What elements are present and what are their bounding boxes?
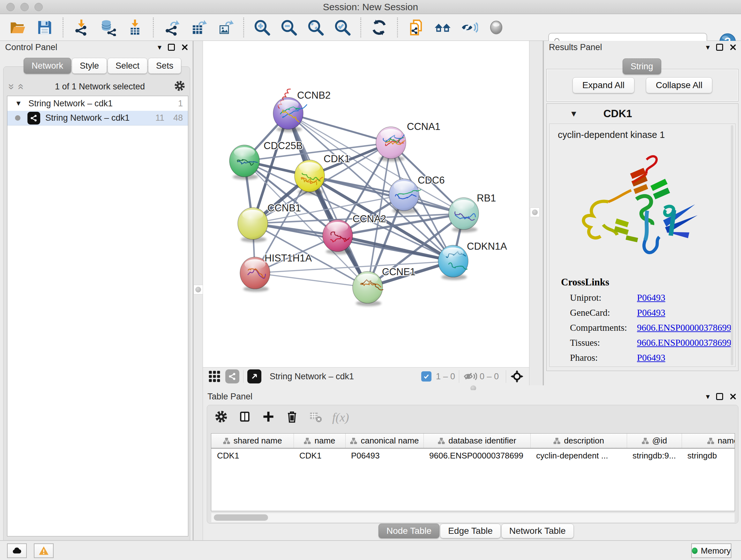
table-settings-gear-icon[interactable]: [214, 410, 228, 425]
panel-float-icon[interactable]: [716, 393, 723, 400]
gene-expander-icon[interactable]: ▼: [569, 109, 578, 119]
expand-all-icon[interactable]: «: [15, 82, 28, 91]
column-header-shared-name[interactable]: shared name: [211, 434, 293, 448]
houses-icon[interactable]: [429, 17, 456, 38]
results-scrollbar[interactable]: [731, 125, 733, 365]
results-panel-splitter[interactable]: [529, 41, 544, 390]
birds-eye-view-icon[interactable]: [247, 369, 261, 383]
network-options-gear-icon[interactable]: [174, 80, 186, 93]
table-cell[interactable]: CDK1: [211, 448, 293, 463]
column-header--id[interactable]: @id: [627, 434, 682, 448]
node-CDC25B[interactable]: [229, 145, 259, 180]
collection-expander-icon[interactable]: ▼: [14, 99, 23, 108]
zoom-out-icon[interactable]: [275, 17, 302, 38]
node-RB1[interactable]: [449, 198, 479, 233]
table-cell[interactable]: stringdb: [682, 448, 735, 463]
export-image-icon[interactable]: [212, 17, 239, 38]
network-collection-row[interactable]: ▼ String Network – cdk1 1: [7, 96, 188, 111]
column-header-namespace[interactable]: namespace: [682, 434, 735, 448]
hscrollbar-thumb[interactable]: [214, 514, 268, 521]
node-CCNA1[interactable]: [376, 127, 406, 162]
node-table: shared namenamecanonical namedatabase id…: [211, 433, 735, 511]
hide-selected-eye-icon[interactable]: [456, 17, 483, 38]
import-table-from-file-icon[interactable]: [122, 17, 148, 38]
duplicate-network-icon[interactable]: [402, 17, 429, 38]
edge-HIST1H1A-CCNE1[interactable]: [255, 273, 367, 287]
tab-style[interactable]: Style: [72, 58, 107, 74]
tab-node-table[interactable]: Node Table: [379, 523, 440, 538]
table-cell[interactable]: cyclin-dependent ...: [530, 448, 627, 463]
tab-sets[interactable]: Sets: [148, 58, 181, 74]
splitter-grab-handle[interactable]: [530, 207, 540, 217]
network-label: String Network – cdk1: [45, 113, 130, 123]
fit-selected-crosshair-icon[interactable]: [510, 369, 524, 383]
add-column-icon[interactable]: [261, 410, 275, 425]
table-cell[interactable]: P06493: [345, 448, 423, 463]
zoom-fit-icon[interactable]: [302, 17, 329, 38]
splitter-grab-handle[interactable]: [193, 285, 203, 294]
table-hscrollbar[interactable]: [211, 513, 735, 523]
tab-select[interactable]: Select: [108, 58, 147, 74]
crosslink-link[interactable]: P06493: [637, 307, 665, 318]
panel-close-icon[interactable]: [730, 393, 737, 400]
node-CCNE1[interactable]: [353, 271, 383, 306]
zoom-in-icon[interactable]: [249, 17, 275, 38]
control-panel-splitter[interactable]: [193, 41, 203, 540]
node-label-CCNA2: CCNA2: [353, 213, 386, 225]
column-header-name[interactable]: name: [293, 434, 345, 448]
export-network-icon[interactable]: [158, 17, 185, 38]
panel-float-icon[interactable]: [716, 44, 723, 51]
show-columns-icon[interactable]: [238, 410, 252, 425]
table-cell[interactable]: stringdb:9...: [627, 448, 682, 463]
tab-edge-table[interactable]: Edge Table: [440, 523, 501, 538]
show-all-eye-icon[interactable]: [483, 17, 510, 38]
network-row[interactable]: String Network – cdk1 11 48: [7, 111, 188, 125]
export-table-icon[interactable]: [185, 17, 212, 38]
panel-menu-icon[interactable]: ▾: [158, 43, 161, 52]
edge-CCNA2-CDKN1A[interactable]: [338, 236, 453, 261]
column-header-database-identifier[interactable]: database identifier: [423, 434, 530, 448]
tab-string[interactable]: String: [623, 58, 661, 74]
zoom-selected-icon[interactable]: [329, 17, 356, 38]
view-grid-icon[interactable]: [207, 369, 221, 383]
expand-all-button[interactable]: Expand All: [572, 77, 634, 93]
table-cell[interactable]: 9606.ENSP00000378699: [423, 448, 530, 463]
node-CCNB1[interactable]: [238, 207, 268, 242]
node-label-CCNB2: CCNB2: [297, 90, 331, 101]
view-network-icon[interactable]: [225, 369, 239, 383]
table-row[interactable]: CDK1CDK1P064939606.ENSP00000378699cyclin…: [211, 448, 735, 463]
selected-checkbox-icon[interactable]: [421, 371, 431, 381]
refresh-network-icon[interactable]: [366, 17, 393, 38]
cloud-button[interactable]: [7, 543, 27, 558]
column-header-canonical-name[interactable]: canonical name: [345, 434, 423, 448]
crosslink-link[interactable]: 9606.ENSP00000378699: [637, 322, 731, 333]
table-cell[interactable]: CDK1: [293, 448, 345, 463]
crosslink-link[interactable]: P06493: [637, 293, 665, 303]
delete-column-trash-icon[interactable]: [285, 410, 299, 425]
panel-menu-icon[interactable]: ▾: [706, 392, 710, 401]
panel-float-icon[interactable]: [168, 44, 175, 51]
network-edge-count: 48: [173, 113, 183, 123]
tab-network[interactable]: Network: [23, 58, 71, 74]
panel-close-icon[interactable]: [730, 44, 737, 51]
crosslink-row: Compartments:9606.ENSP00000378699: [570, 322, 735, 333]
panel-menu-icon[interactable]: ▾: [706, 43, 710, 52]
memory-button[interactable]: Memory: [691, 543, 731, 558]
node-CDKN1A[interactable]: [438, 245, 468, 280]
crosslink-link[interactable]: 9606.ENSP00000378699: [637, 337, 731, 348]
warnings-button[interactable]: [34, 543, 54, 558]
gene-section-header[interactable]: ▼ CDK1: [547, 104, 738, 124]
open-session-icon[interactable]: [4, 17, 31, 38]
tab-network-table[interactable]: Network Table: [501, 523, 574, 538]
import-network-from-database-icon[interactable]: [95, 17, 122, 38]
network-tree: ▼ String Network – cdk1 1 String Network…: [7, 96, 188, 537]
collapse-all-button[interactable]: Collapse All: [646, 77, 712, 93]
crosslink-link[interactable]: P06493: [637, 353, 665, 363]
crosslink-label: Pharos:: [570, 353, 637, 363]
panel-close-icon[interactable]: [181, 44, 188, 51]
save-session-icon[interactable]: [31, 17, 58, 38]
import-network-from-file-icon[interactable]: [68, 17, 95, 38]
column-header-description[interactable]: description: [530, 434, 627, 448]
network-canvas[interactable]: CCNB2CCNA1CDC25BCDK1CDC6RB1CCNB1CCNA2CDK…: [203, 41, 529, 367]
node-label-CDC25B: CDC25B: [264, 140, 302, 151]
